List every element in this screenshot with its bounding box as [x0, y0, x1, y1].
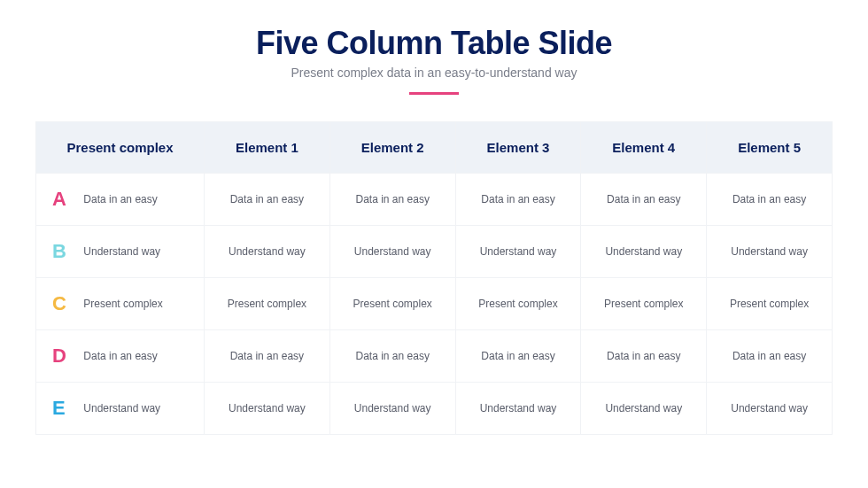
row-letter: C [52, 292, 75, 315]
row-label-cell: A Data in an easy [36, 174, 205, 226]
table-cell: Data in an easy [329, 330, 455, 383]
table-row: B Understand way Understand way Understa… [36, 226, 833, 278]
table-header-cell: Element 2 [329, 122, 455, 174]
table-header-row: Present complex Element 1 Element 2 Elem… [36, 122, 833, 174]
table-header-cell: Element 4 [581, 122, 707, 174]
table-cell: Data in an easy [455, 330, 581, 383]
row-label-cell: D Data in an easy [36, 330, 205, 383]
table-cell: Understand way [707, 226, 833, 278]
row-label-cell: C Present complex [36, 278, 205, 330]
table-cell: Understand way [581, 383, 707, 435]
row-letter: D [52, 345, 75, 368]
table-cell: Understand way [205, 383, 330, 435]
row-text: Understand way [83, 402, 160, 414]
table-row: D Data in an easy Data in an easy Data i… [36, 330, 833, 383]
row-text: Understand way [83, 245, 160, 258]
table-cell: Understand way [455, 226, 581, 278]
row-label-cell: B Understand way [36, 226, 205, 278]
table-cell: Understand way [329, 226, 455, 278]
table-cell: Understand way [455, 383, 581, 435]
table-cell: Data in an easy [707, 174, 833, 226]
table-row: A Data in an easy Data in an easy Data i… [36, 174, 833, 226]
table-cell: Present complex [581, 278, 707, 330]
slide-title: Five Column Table Slide [35, 25, 833, 62]
table-cell: Understand way [329, 383, 455, 435]
table-body: A Data in an easy Data in an easy Data i… [36, 174, 833, 435]
row-letter: B [52, 240, 75, 263]
table-cell: Data in an easy [205, 330, 330, 383]
divider-line [409, 92, 459, 95]
table-cell: Data in an easy [707, 330, 833, 383]
table-cell: Understand way [581, 226, 707, 278]
table-cell: Present complex [205, 278, 330, 330]
slide-container: Five Column Table Slide Present complex … [0, 0, 868, 488]
table-header-cell: Present complex [36, 122, 205, 174]
table-header-cell: Element 1 [205, 122, 330, 174]
row-letter: E [52, 397, 75, 420]
slide-subtitle: Present complex data in an easy-to-under… [35, 66, 833, 80]
row-text: Present complex [83, 298, 162, 310]
table-row: E Understand way Understand way Understa… [36, 383, 833, 435]
table-cell: Present complex [329, 278, 455, 330]
row-label-cell: E Understand way [36, 383, 205, 435]
row-text: Data in an easy [83, 193, 157, 205]
table-cell: Data in an easy [581, 330, 707, 383]
table-cell: Understand way [707, 383, 833, 435]
data-table: Present complex Element 1 Element 2 Elem… [35, 121, 833, 435]
table-cell: Data in an easy [581, 174, 707, 226]
table-cell: Data in an easy [205, 174, 330, 226]
table-cell: Data in an easy [329, 174, 455, 226]
table-header-cell: Element 5 [707, 122, 833, 174]
table-row: C Present complex Present complex Presen… [36, 278, 833, 330]
table-cell: Present complex [455, 278, 581, 330]
row-text: Data in an easy [83, 350, 157, 362]
table-cell: Data in an easy [455, 174, 581, 226]
table-cell: Present complex [707, 278, 833, 330]
table-header-cell: Element 3 [455, 122, 581, 174]
row-letter: A [52, 188, 75, 211]
table-cell: Understand way [205, 226, 330, 278]
